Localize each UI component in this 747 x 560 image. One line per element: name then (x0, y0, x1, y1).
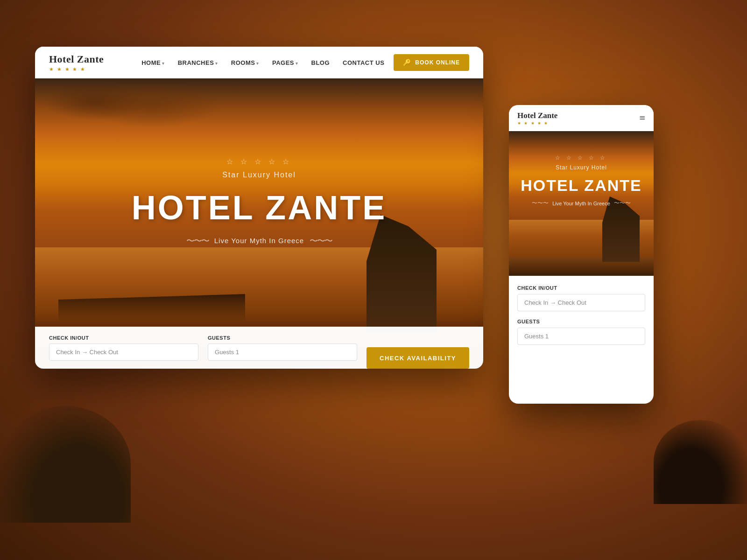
checkin-field: Check In/Out Check In → Check Out (49, 335, 198, 361)
desktop-logo-stars: ★ ★ ★ ★ ★ (49, 66, 104, 72)
key-icon: 🔑 (403, 59, 411, 66)
mobile-hero-tagline: Live Your Myth In Greece (552, 201, 610, 206)
mobile-guests-input[interactable]: Guests 1 (517, 328, 645, 345)
nav-item-blog[interactable]: BLOG (311, 58, 330, 67)
mobile-wave-left-icon: 〜〜〜 (532, 199, 549, 207)
mobile-checkin-field: Check In/Out Check In → Check Out (517, 285, 645, 311)
chevron-down-icon: ▾ (162, 61, 165, 66)
mobile-mockup: Hotel Zante ★ ★ ★ ★ ★ ≡ ☆ ☆ ☆ ☆ ☆ Star L… (509, 105, 654, 404)
chevron-down-icon: ▾ (215, 61, 218, 66)
mobile-guests-label: Guests (517, 319, 645, 324)
hero-subtitle: Star Luxury Hotel (132, 171, 387, 179)
nav-item-home[interactable]: HOME▾ (141, 58, 165, 67)
desktop-booking-bar: Check In/Out Check In → Check Out Guests… (35, 327, 483, 369)
mobile-hero-title: HOTEL ZANTE (509, 176, 654, 195)
wave-left-icon: 〜〜〜 (186, 235, 209, 246)
hamburger-icon[interactable]: ≡ (640, 112, 645, 124)
mobile-logo-name: Hotel Zante (517, 111, 557, 120)
nav-item-rooms[interactable]: ROOMS▾ (231, 58, 259, 67)
hero-tagline: Live Your Myth In Greece (214, 237, 304, 245)
nav-item-contact[interactable]: CONTACT US (343, 58, 384, 67)
nav-link-branches[interactable]: BRANCHES▾ (178, 59, 218, 66)
desktop-hero: ☆ ☆ ☆ ☆ ☆ Star Luxury Hotel HOTEL ZANTE … (35, 78, 483, 369)
mobile-checkin-input[interactable]: Check In → Check Out (517, 294, 645, 311)
bg-rocks-right (654, 420, 747, 504)
guests-field: Guests Guests 1 (208, 335, 357, 361)
desktop-logo-name: Hotel Zante (49, 53, 104, 65)
desktop-logo: Hotel Zante ★ ★ ★ ★ ★ (49, 53, 104, 72)
desktop-navbar: Hotel Zante ★ ★ ★ ★ ★ HOME▾ BRANCHES▾ RO… (35, 47, 483, 78)
mobile-booking-form: Check In/Out Check In → Check Out Guests… (509, 276, 654, 354)
mobile-logo: Hotel Zante ★ ★ ★ ★ ★ (517, 111, 640, 126)
checkin-label: Check In/Out (49, 335, 198, 341)
nav-link-pages[interactable]: PAGES▾ (272, 59, 298, 66)
checkin-input[interactable]: Check In → Check Out (49, 343, 198, 361)
nav-link-rooms[interactable]: ROOMS▾ (231, 59, 259, 66)
hero-divider: 〜〜〜 Live Your Myth In Greece 〜〜〜 (132, 235, 387, 246)
nav-link-blog[interactable]: BLOG (311, 59, 330, 66)
wave-right-icon: 〜〜〜 (310, 235, 332, 246)
nav-item-pages[interactable]: PAGES▾ (272, 58, 298, 67)
desktop-nav-links: HOME▾ BRANCHES▾ ROOMS▾ PAGES▾ BL (141, 58, 384, 67)
hero-cloud-2 (82, 81, 222, 127)
hero-star-rating: ☆ ☆ ☆ ☆ ☆ (132, 157, 387, 166)
chevron-down-icon: ▾ (296, 61, 298, 66)
chevron-down-icon: ▾ (256, 61, 259, 66)
guests-input[interactable]: Guests 1 (208, 343, 357, 361)
mobile-hero: ☆ ☆ ☆ ☆ ☆ Star Luxury Hotel HOTEL ZANTE … (509, 131, 654, 276)
guests-label: Guests (208, 335, 357, 341)
mobile-navbar: Hotel Zante ★ ★ ★ ★ ★ ≡ (509, 105, 654, 131)
mobile-hero-content: ☆ ☆ ☆ ☆ ☆ Star Luxury Hotel HOTEL ZANTE … (509, 131, 654, 207)
bg-rocks-left (0, 406, 131, 523)
mobile-guests-field: Guests Guests 1 (517, 319, 645, 345)
mobile-hero-star-rating: ☆ ☆ ☆ ☆ ☆ (509, 154, 654, 161)
nav-link-home[interactable]: HOME▾ (141, 59, 165, 66)
hero-title: HOTEL ZANTE (132, 189, 387, 227)
hero-content: ☆ ☆ ☆ ☆ ☆ Star Luxury Hotel HOTEL ZANTE … (132, 157, 387, 290)
mobile-checkin-label: Check In/Out (517, 285, 645, 291)
mobile-hero-subtitle: Star Luxury Hotel (509, 164, 654, 171)
nav-item-branches[interactable]: BRANCHES▾ (178, 58, 218, 67)
book-online-button[interactable]: 🔑 BOOK ONLINE (394, 54, 469, 71)
mobile-wave-right-icon: 〜〜〜 (614, 199, 631, 207)
check-availability-button[interactable]: CHECK AVAILABILITY (366, 347, 469, 369)
mobile-hero-divider: 〜〜〜 Live Your Myth In Greece 〜〜〜 (509, 199, 654, 207)
mobile-logo-stars: ★ ★ ★ ★ ★ (517, 121, 640, 126)
nav-link-contact[interactable]: CONTACT US (343, 59, 384, 66)
desktop-mockup: Hotel Zante ★ ★ ★ ★ ★ HOME▾ BRANCHES▾ RO… (35, 47, 483, 369)
